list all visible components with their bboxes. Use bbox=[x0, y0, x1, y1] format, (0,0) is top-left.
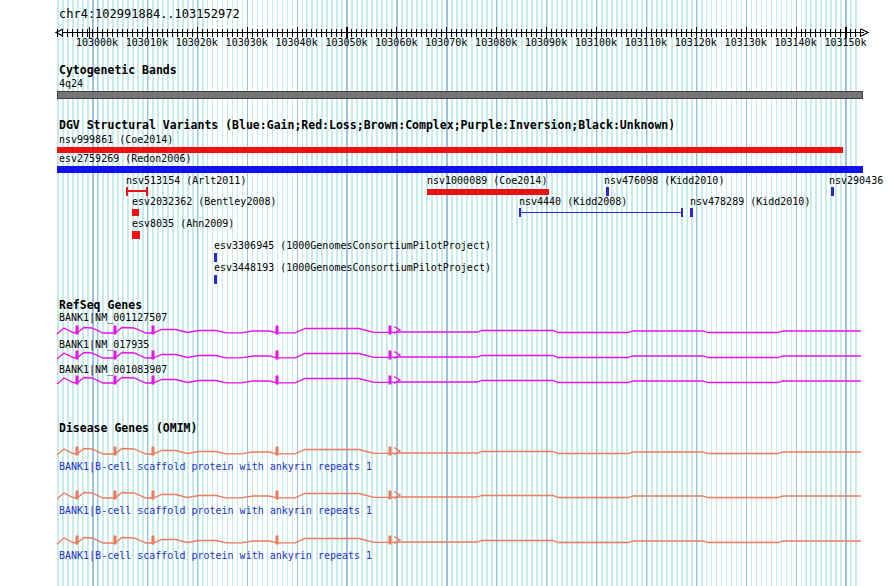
variant-label-esv3448193[interactable]: esv3448193 (1000GenomesConsortiumPilotPr… bbox=[214, 262, 491, 273]
variant-glyph-nsv476098[interactable] bbox=[606, 187, 609, 196]
ruler-tick-label: 103080k bbox=[475, 37, 517, 48]
variant-label-nsv1000089[interactable]: nsv1000089 (Coe2014) bbox=[427, 175, 547, 186]
track-title-dgv: DGV Structural Variants (Blue:Gain;Red:L… bbox=[59, 119, 675, 132]
gene-label-omim-2[interactable]: BANK1|B-cell scaffold protein with ankyr… bbox=[59, 505, 372, 516]
variant-glyph-esv3306945[interactable] bbox=[214, 253, 217, 262]
ruler-tick-label: 103010k bbox=[126, 37, 168, 48]
region-label: chr4:102991884..103152972 bbox=[59, 8, 240, 21]
ruler-tick-label: 103150k bbox=[824, 37, 866, 48]
gene-model-omim-1[interactable] bbox=[57, 443, 861, 459]
ruler-line bbox=[62, 32, 864, 33]
gene-model-refseq-3[interactable] bbox=[57, 372, 861, 388]
track-title-cytogenetic-bands: Cytogenetic Bands bbox=[59, 64, 177, 77]
variant-label-nsv290436[interactable]: nsv290436 bbox=[829, 175, 883, 186]
ruler-tick-label: 103140k bbox=[775, 37, 817, 48]
variant-label-esv2759269[interactable]: esv2759269 (Redon2006) bbox=[59, 153, 191, 164]
gene-label-omim-1[interactable]: BANK1|B-cell scaffold protein with ankyr… bbox=[59, 461, 372, 472]
ruler-tick-label: 103050k bbox=[325, 37, 367, 48]
variant-glyph-nsv478289[interactable] bbox=[690, 208, 693, 217]
variant-glyph-esv8035[interactable] bbox=[132, 231, 140, 239]
ruler-tick-label: 103040k bbox=[276, 37, 318, 48]
ruler-tick-label: 103020k bbox=[176, 37, 218, 48]
ruler-tick-label: 103120k bbox=[675, 37, 717, 48]
gene-model-omim-3[interactable] bbox=[57, 532, 861, 548]
variant-label-esv2032362[interactable]: esv2032362 (Bentley2008) bbox=[132, 196, 277, 207]
variant-glyph-nsv290436[interactable] bbox=[831, 187, 834, 196]
ruler-tick-label: 103070k bbox=[425, 37, 467, 48]
variant-label-esv8035[interactable]: esv8035 (Ahn2009) bbox=[132, 218, 234, 229]
gene-label-omim-3[interactable]: BANK1|B-cell scaffold protein with ankyr… bbox=[59, 550, 372, 561]
ruler-tick-label: 103090k bbox=[525, 37, 567, 48]
variant-glyph-esv2032362[interactable] bbox=[132, 209, 139, 216]
ruler-tick-label: 103130k bbox=[725, 37, 767, 48]
ruler-tick-label: 103030k bbox=[226, 37, 268, 48]
gene-model-refseq-1[interactable] bbox=[57, 322, 861, 338]
variant-glyph-esv3448193[interactable] bbox=[214, 275, 217, 284]
variant-label-nsv476098[interactable]: nsv476098 (Kidd2010) bbox=[604, 175, 724, 186]
variant-bar-nsv1000089[interactable] bbox=[427, 189, 549, 195]
ruler-tick-label: 103110k bbox=[625, 37, 667, 48]
variant-label-nsv999861[interactable]: nsv999861 (Coe2014) bbox=[59, 134, 173, 145]
variant-label-nsv513154[interactable]: nsv513154 (Arlt2011) bbox=[126, 175, 246, 186]
variant-label-nsv4440[interactable]: nsv4440 (Kidd2008) bbox=[519, 196, 627, 207]
cytoband-bar[interactable] bbox=[57, 91, 863, 99]
ruler-tick-label: 103000k bbox=[76, 37, 118, 48]
track-title-omim: Disease Genes (OMIM) bbox=[59, 422, 197, 435]
variant-bar-esv2759269[interactable] bbox=[57, 166, 863, 173]
gene-model-refseq-2[interactable] bbox=[57, 347, 861, 363]
variant-label-esv3306945[interactable]: esv3306945 (1000GenomesConsortiumPilotPr… bbox=[214, 240, 491, 251]
ruler-tick-label: 103060k bbox=[375, 37, 417, 48]
ruler-left-arrow-icon bbox=[54, 28, 64, 38]
genome-browser-panel: chr4:102991884..103152972 103000k 103010… bbox=[0, 0, 890, 586]
variant-label-nsv478289[interactable]: nsv478289 (Kidd2010) bbox=[690, 196, 810, 207]
gene-model-omim-2[interactable] bbox=[57, 487, 861, 503]
track-title-refseq: RefSeq Genes bbox=[59, 299, 142, 312]
ruler-tick-label: 103100k bbox=[575, 37, 617, 48]
cytoband-label: 4q24 bbox=[59, 78, 83, 89]
